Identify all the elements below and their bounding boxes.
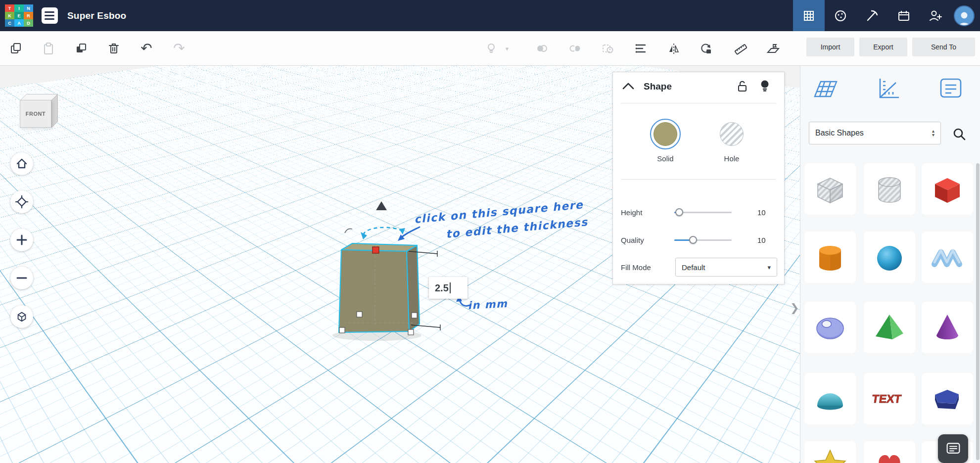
shape-tile-sphere[interactable] — [864, 232, 915, 283]
sim-lab-button[interactable] — [825, 0, 856, 31]
lightbulb-icon — [758, 79, 771, 93]
dimension-value: 2.5 — [435, 282, 449, 294]
hole-box-icon — [810, 169, 850, 209]
export-button[interactable]: Export — [859, 38, 907, 56]
svg-text:TEXT: TEXT — [871, 392, 902, 405]
collapse-inspector-button[interactable] — [622, 82, 635, 90]
logo-cell: D — [24, 19, 33, 27]
mirror-button[interactable] — [664, 38, 684, 59]
shape-tile-cylinder[interactable] — [804, 232, 856, 283]
quality-value: 10 — [757, 236, 766, 244]
notes-panel-button[interactable] — [936, 74, 965, 103]
delete-button[interactable] — [104, 38, 124, 59]
floating-notes-button[interactable] — [938, 434, 968, 463]
logo-cell: I — [14, 4, 24, 12]
shape-tile-torus[interactable] — [804, 302, 856, 353]
scale-handle[interactable] — [357, 312, 362, 317]
lock-button[interactable] — [737, 80, 748, 93]
shape-tile-half-sphere[interactable] — [804, 373, 856, 424]
calendar-icon — [897, 9, 911, 23]
show-hidden-button[interactable] — [481, 38, 501, 59]
account-menu[interactable] — [951, 0, 977, 31]
shape-tile-hole-box[interactable] — [804, 163, 856, 215]
shape-category-select[interactable]: Basic Shapes ▴▾ — [809, 122, 941, 144]
shape-tile-scribble[interactable] — [922, 232, 973, 283]
undo-button[interactable]: ↶ — [137, 38, 156, 59]
view-cube[interactable]: FRONT — [19, 92, 63, 135]
torus-icon — [810, 308, 850, 347]
group-button[interactable] — [532, 38, 552, 59]
show-hidden-caret[interactable]: ▾ — [502, 38, 513, 59]
shape-tile-hole-cylinder[interactable] — [864, 163, 915, 215]
ruler-tool-button[interactable] — [731, 38, 750, 59]
solid-option[interactable] — [650, 119, 681, 149]
blocks-button[interactable] — [856, 0, 888, 31]
shape-tile-heart[interactable] — [864, 441, 915, 463]
cone-icon — [928, 308, 967, 347]
shape-tile-text[interactable]: TEXT — [864, 373, 915, 424]
designs-grid-button[interactable] — [793, 0, 825, 31]
shape-inspector: Shape Solid Hole Height 10 Quality 10 Fi… — [612, 72, 785, 284]
quality-slider-knob[interactable] — [689, 236, 697, 244]
home-icon — [15, 157, 28, 170]
rotate-lock-icon — [700, 42, 712, 55]
quality-label: Quality — [621, 236, 644, 244]
scribble-icon — [928, 237, 967, 277]
home-view-button[interactable] — [10, 152, 33, 175]
rotate-lock-button[interactable] — [696, 38, 716, 59]
shape-tile-star[interactable] — [804, 441, 856, 463]
hole-cylinder-icon — [870, 169, 909, 209]
category-value: Basic Shapes — [815, 129, 864, 138]
dimension-input[interactable]: 2.5 — [429, 277, 467, 299]
copy-button[interactable] — [6, 38, 26, 59]
workplane-tool-button[interactable] — [763, 38, 783, 59]
collapse-panel-chevron[interactable]: ❯ — [790, 302, 799, 314]
divider — [621, 179, 776, 180]
height-slider-knob[interactable] — [675, 208, 683, 216]
classes-button[interactable] — [888, 0, 920, 31]
design-menu-button[interactable] — [42, 7, 58, 24]
plus-icon — [16, 234, 28, 246]
shape-tile-box[interactable] — [922, 163, 973, 215]
updown-caret-icon: ▴▾ — [932, 129, 934, 137]
transparent-group-button[interactable] — [598, 38, 617, 59]
selected-box-shape[interactable] — [339, 243, 420, 332]
fill-mode-select[interactable]: Default ▾ — [675, 258, 777, 277]
zoom-out-button[interactable] — [10, 267, 33, 289]
grid-plane-icon — [813, 77, 839, 100]
fit-view-button[interactable] — [10, 190, 33, 213]
workplane-view-button[interactable] — [811, 74, 840, 103]
pickaxe-icon — [865, 9, 879, 23]
align-button[interactable] — [631, 38, 651, 59]
duplicate-button[interactable] — [71, 38, 91, 59]
height-scale-handle[interactable] — [373, 247, 379, 253]
hide-button[interactable] — [758, 79, 771, 93]
hole-option[interactable] — [716, 119, 747, 149]
scale-handle[interactable] — [412, 313, 417, 318]
import-button[interactable]: Import — [806, 38, 854, 56]
shape-tile-pyramid[interactable] — [864, 302, 915, 353]
ruler-panel-button[interactable] — [874, 74, 903, 103]
view-cube-front[interactable]: FRONT — [20, 100, 51, 128]
paste-button[interactable] — [39, 38, 58, 59]
ungroup-button[interactable] — [565, 38, 585, 59]
box-front-face[interactable] — [339, 250, 409, 332]
perspective-toggle-button[interactable] — [10, 305, 33, 328]
polygon-icon — [928, 379, 967, 418]
search-shapes-button[interactable] — [949, 124, 969, 144]
person-icon — [956, 10, 973, 25]
redo-button[interactable]: ↷ — [169, 38, 189, 59]
scale-handle[interactable] — [339, 327, 345, 333]
zoom-in-button[interactable] — [10, 229, 33, 251]
panel-scrollbar[interactable] — [976, 163, 980, 460]
invite-button[interactable] — [920, 0, 951, 31]
notes-window-icon — [945, 441, 961, 456]
tinkercad-logo[interactable]: T I N K E R C A D — [5, 4, 33, 27]
shape-tile-polygon[interactable] — [922, 373, 973, 424]
height-value: 10 — [757, 208, 766, 217]
send-to-button[interactable]: Send To — [912, 38, 975, 56]
shape-tile-cone[interactable] — [922, 302, 973, 353]
toolbar: ↶ ↷ ▾ Import Export Send To — [0, 31, 980, 66]
view-cube-right[interactable] — [51, 94, 58, 128]
scale-handle[interactable] — [408, 329, 414, 335]
